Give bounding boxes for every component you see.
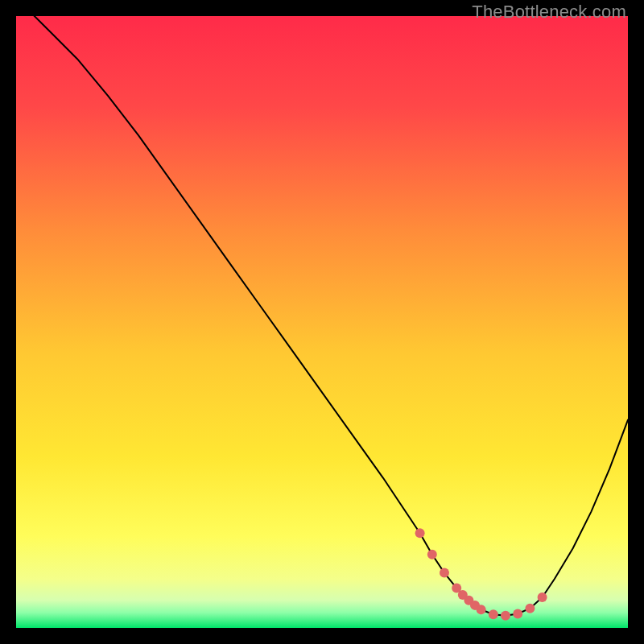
optimal-dot bbox=[427, 550, 437, 559]
optimal-dot bbox=[513, 609, 522, 619]
optimal-dot bbox=[440, 568, 449, 578]
watermark-text: TheBottleneck.com bbox=[472, 2, 626, 23]
optimal-dot bbox=[477, 605, 486, 614]
optimal-dot bbox=[489, 609, 498, 619]
optimal-dot bbox=[501, 611, 510, 621]
optimal-dot bbox=[525, 604, 535, 613]
optimal-dot bbox=[415, 528, 425, 538]
optimal-dot bbox=[538, 592, 547, 602]
chart-frame: TheBottleneck.com bbox=[0, 0, 644, 644]
gradient-background bbox=[16, 16, 628, 628]
bottleneck-chart bbox=[16, 16, 628, 628]
